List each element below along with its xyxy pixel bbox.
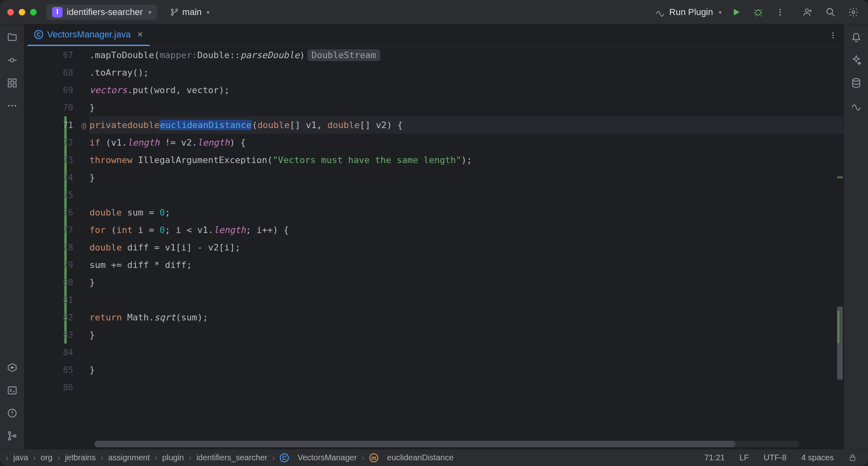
chevron-down-icon: ▾ bbox=[719, 9, 722, 15]
code-line bbox=[89, 344, 844, 361]
svg-point-7 bbox=[805, 9, 809, 12]
code-line: throw new IllegalArgumentException("Vect… bbox=[89, 151, 844, 169]
code-line: double diff = v1[i] - v2[i]; bbox=[89, 239, 844, 256]
java-class-icon: C bbox=[34, 30, 43, 39]
chevron-right-icon: › bbox=[57, 453, 60, 462]
services-tool-button[interactable] bbox=[7, 362, 18, 373]
git-branch-selector[interactable]: main ▾ bbox=[170, 7, 209, 17]
code-line: vectors.put(word, vector); bbox=[89, 81, 844, 99]
titlebar: I identifiers-searcher ▾ main ▾ Run Plug… bbox=[0, 0, 868, 24]
svg-point-15 bbox=[8, 105, 10, 107]
svg-point-22 bbox=[13, 435, 15, 437]
svg-point-25 bbox=[832, 37, 833, 38]
notifications-button[interactable] bbox=[851, 32, 862, 43]
svg-rect-27 bbox=[850, 457, 855, 460]
editor-tabbar: C VectorsManager.java ✕ bbox=[24, 24, 844, 46]
statusbar: › java › org › jetbrains › assignment › … bbox=[0, 449, 868, 466]
breadcrumb-item[interactable]: C VectorsManager bbox=[278, 453, 358, 462]
svg-point-10 bbox=[10, 59, 14, 62]
type-hint-inlay: DoubleStream bbox=[308, 49, 380, 61]
code-line: if (v1.length != v2.length) { bbox=[89, 134, 844, 151]
svg-point-16 bbox=[11, 105, 13, 107]
vertical-scrollbar[interactable] bbox=[836, 46, 844, 449]
commit-tool-button[interactable] bbox=[7, 54, 18, 66]
breadcrumb-item[interactable]: java bbox=[12, 453, 30, 462]
code-area[interactable]: .mapToDouble( mapper: Double::parseDoubl… bbox=[89, 46, 844, 449]
horizontal-scrollbar[interactable] bbox=[94, 441, 799, 447]
ai-assistant-button[interactable] bbox=[851, 54, 862, 66]
close-window-button[interactable] bbox=[7, 9, 14, 15]
svg-point-17 bbox=[15, 105, 16, 107]
code-line bbox=[89, 291, 844, 309]
chevron-down-icon: ▾ bbox=[207, 9, 209, 15]
more-actions-button[interactable] bbox=[773, 5, 787, 20]
svg-point-6 bbox=[779, 14, 781, 15]
svg-point-4 bbox=[779, 9, 781, 10]
chevron-right-icon: › bbox=[155, 453, 157, 462]
line-separator[interactable]: LF bbox=[734, 453, 755, 462]
code-line bbox=[89, 186, 844, 204]
project-selector[interactable]: I identifiers-searcher ▾ bbox=[46, 4, 157, 20]
more-tools-button[interactable] bbox=[7, 100, 18, 111]
branch-name: main bbox=[182, 7, 202, 17]
minimize-window-button[interactable] bbox=[19, 9, 25, 15]
svg-point-1 bbox=[171, 13, 173, 15]
vcs-tool-button[interactable] bbox=[7, 430, 18, 442]
plugin-icon bbox=[655, 7, 665, 17]
debug-button[interactable] bbox=[751, 5, 765, 20]
chevron-right-icon: › bbox=[189, 453, 192, 462]
cursor-position[interactable]: 71:21 bbox=[699, 453, 731, 462]
svg-point-5 bbox=[779, 11, 781, 13]
breadcrumb-item[interactable]: plugin bbox=[161, 453, 185, 462]
code-line: return Math.sqrt(sum); bbox=[89, 309, 844, 326]
readonly-toggle[interactable] bbox=[843, 454, 862, 462]
svg-point-21 bbox=[8, 438, 10, 440]
svg-rect-13 bbox=[8, 84, 11, 87]
breadcrumb-item[interactable]: identifiers_searcher bbox=[195, 453, 269, 462]
close-tab-button[interactable]: ✕ bbox=[137, 30, 143, 39]
method-icon: m bbox=[369, 453, 378, 462]
chevron-right-icon: › bbox=[100, 453, 103, 462]
project-tool-button[interactable] bbox=[7, 32, 18, 43]
right-tool-rail bbox=[844, 24, 868, 449]
svg-rect-18 bbox=[8, 387, 16, 394]
code-editor[interactable]: 67 68 69 70 71@ 72 73 74 75 76 77 78 79 … bbox=[24, 46, 844, 449]
problems-tool-button[interactable] bbox=[7, 407, 18, 419]
file-encoding[interactable]: UTF-8 bbox=[758, 453, 792, 462]
database-tool-button[interactable] bbox=[851, 77, 862, 89]
run-button[interactable] bbox=[729, 5, 744, 20]
code-line: } bbox=[89, 326, 844, 344]
settings-button[interactable] bbox=[846, 5, 861, 20]
run-config-selector[interactable]: Run Plugin ▾ bbox=[655, 7, 722, 17]
svg-point-23 bbox=[832, 32, 833, 33]
structure-tool-button[interactable] bbox=[7, 77, 18, 89]
tab-options-button[interactable] bbox=[829, 31, 837, 39]
run-config-name: Run Plugin bbox=[669, 7, 713, 17]
maximize-window-button[interactable] bbox=[30, 9, 37, 15]
svg-point-3 bbox=[756, 10, 761, 15]
breadcrumb-item[interactable]: jetbrains bbox=[63, 453, 98, 462]
svg-point-8 bbox=[827, 8, 833, 14]
window-controls bbox=[7, 9, 37, 15]
editor-gutter[interactable]: 67 68 69 70 71@ 72 73 74 75 76 77 78 79 … bbox=[24, 46, 89, 449]
code-line: double sum = 0; bbox=[89, 204, 844, 221]
editor-tab[interactable]: C VectorsManager.java ✕ bbox=[28, 24, 150, 46]
code-line: } bbox=[89, 99, 844, 116]
breadcrumb-item[interactable]: m euclideanDistance bbox=[368, 453, 455, 462]
breadcrumb-item[interactable]: assignment bbox=[107, 453, 151, 462]
code-with-me-button[interactable] bbox=[800, 5, 815, 20]
svg-rect-12 bbox=[13, 79, 16, 82]
terminal-tool-button[interactable] bbox=[7, 385, 18, 396]
tab-filename: VectorsManager.java bbox=[47, 29, 131, 40]
override-gutter-icon[interactable]: @ bbox=[81, 120, 86, 130]
svg-point-26 bbox=[853, 78, 859, 81]
svg-point-2 bbox=[176, 9, 178, 11]
plugin-tool-button[interactable] bbox=[851, 100, 862, 111]
breadcrumb-item[interactable]: org bbox=[39, 453, 54, 462]
search-button[interactable] bbox=[823, 5, 838, 20]
code-line: } bbox=[89, 274, 844, 291]
chevron-right-icon: › bbox=[6, 453, 9, 462]
indent-settings[interactable]: 4 spaces bbox=[796, 453, 840, 462]
code-line: .toArray(); bbox=[89, 64, 844, 81]
chevron-right-icon: › bbox=[272, 453, 275, 462]
